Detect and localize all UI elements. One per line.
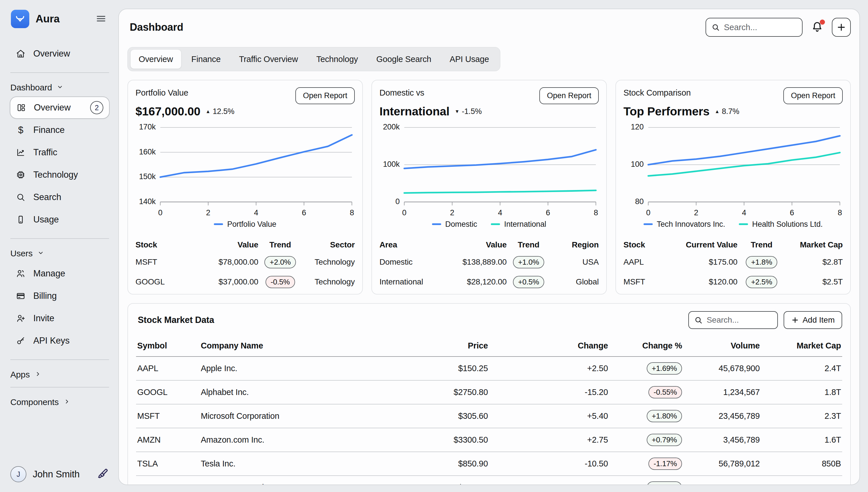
legend-item: Domestic [432,220,477,229]
table-cell: Technology [302,272,355,292]
sidebar-item-finance[interactable]: $Finance [10,119,110,141]
avatar: J [10,466,26,482]
change-percent-badge: -1.17% [648,458,682,470]
table-cell: $2.5T [786,272,843,292]
table-cell: $138,889.00 [437,252,506,272]
svg-text:6: 6 [546,208,550,217]
stock-cell: $305.60 [383,404,489,428]
tab-traffic-overview[interactable]: Traffic Overview [231,50,306,69]
sidebar-item-api-keys[interactable]: API Keys [10,329,110,352]
column-header: Trend [258,238,302,252]
stock-cell: $450.30 [383,476,489,485]
key-icon [16,336,26,346]
table-cell: $28,120.00 [437,272,506,292]
phone-icon [16,215,26,224]
stock-row-nvda[interactable]: NVDANVIDIA Corporation$450.30+12.45+2.84… [136,476,842,485]
sidebar-item-label: Technology [33,170,78,180]
chart-icon [16,148,26,157]
change-percent-badge: +0.79% [647,434,682,446]
sidebar-group-dashboard[interactable]: Dashboard [10,83,109,93]
global-search[interactable] [705,18,802,37]
item-count-badge: 2 [90,101,103,114]
card-portfolio-value: Portfolio ValueOpen Report$167,000.00▲12… [127,80,363,295]
stock-row-amzn[interactable]: AMZNAmazon.com Inc.$3300.50+2.75+0.79%3,… [136,428,842,452]
search-input[interactable] [724,23,797,32]
sidebar-item-label: Billing [33,291,57,301]
stock-cell: +12.45 [489,476,609,485]
table-cell: AAPL [623,252,659,272]
open-report-button[interactable]: Open Report [295,87,355,104]
change-percent-cell: +1.80% [609,404,683,428]
tab-finance[interactable]: Finance [183,50,229,69]
svg-text:0: 0 [646,208,650,217]
group-label-text: Dashboard [10,83,52,93]
stock-search-input[interactable] [707,316,772,325]
stock-row-aapl[interactable]: AAPLApple Inc.$150.25+2.50+1.69%45,678,9… [136,356,842,380]
theme-brush-icon[interactable] [97,468,109,481]
stock-column-header-company-name: Company Name [199,337,383,356]
stock-cell: NVDA [136,476,199,485]
table-cell: $37,000.00 [184,272,258,292]
sidebar-item-label: Usage [33,215,59,225]
search-icon [711,23,720,31]
column-header: Stock [135,238,184,252]
tab-google-search[interactable]: Google Search [368,50,439,69]
sidebar-item-invite[interactable]: Invite [10,307,110,329]
table-cell: $78,000.00 [184,252,258,272]
legend-item: Health Solutions Ltd. [739,220,823,229]
stock-row-tsla[interactable]: TSLATesla Inc.$850.90-10.50-1.17%56,789,… [136,452,842,476]
stock-row-googl[interactable]: GOOGLAlphabet Inc.$2750.80-15.20-0.55%1,… [136,380,842,404]
sidebar-item-search[interactable]: Search [10,186,110,208]
sidebar-item-technology[interactable]: Technology [10,164,110,186]
table-row: AAPL$175.00+1.8%$2.8T [623,252,843,272]
sidebar-item-billing[interactable]: Billing [10,285,110,307]
menu-icon[interactable] [94,11,108,27]
add-item-button[interactable]: Add Item [784,311,842,329]
trend-cell: +1.8% [737,252,786,272]
stock-column-header-price: Price [383,337,489,356]
stock-cell: 45,678,900 [683,356,761,380]
trend-cell: +1.0% [506,252,550,272]
legend-swatch [491,223,500,225]
table-row: Domestic$138,889.00+1.0%USA [379,252,599,272]
table-cell: MSFT [623,272,659,292]
legend-item: Portfolio Value [214,220,276,229]
notifications-button[interactable] [811,20,824,34]
sidebar-top-nav: Overview [10,43,110,65]
table-cell: GOOGL [135,272,184,292]
column-header: Value [437,238,506,252]
stock-cell: Apple Inc. [199,356,383,380]
sidebar-item-manage[interactable]: Manage [10,262,110,285]
sidebar-item-traffic[interactable]: Traffic [10,141,110,164]
add-button[interactable] [832,18,851,37]
chart-area: 170k160k150k140k02468 [135,123,355,219]
stock-cell: GOOGL [136,380,199,404]
dollar-icon: $ [16,125,26,136]
trend-cell: +2.0% [258,252,302,272]
table-cell: Domestic [379,252,437,272]
stock-cell: Microsoft Corporation [199,404,383,428]
chart-legend: Tech Innovators Inc.Health Solutions Ltd… [623,220,843,229]
change-percent-cell: -0.55% [609,380,683,404]
stock-row-msft[interactable]: MSFTMicrosoft Corporation$305.60+5.40+1.… [136,404,842,428]
sidebar-item-overview[interactable]: Overview [10,43,110,65]
open-report-button[interactable]: Open Report [783,87,843,104]
sidebar-item-usage[interactable]: Usage [10,208,110,231]
tab-technology[interactable]: Technology [308,50,366,69]
table-row: MSFT$78,000.00+2.0%Technology [135,252,355,272]
sidebar-group-users[interactable]: Users [10,249,109,259]
sidebar-group-components[interactable]: Components [10,397,109,407]
table-cell: International [379,272,437,292]
tab-overview[interactable]: Overview [131,50,181,69]
sidebar-item-overview[interactable]: Overview2 [10,96,110,119]
stock-cell: 56,789,012 [683,452,761,476]
tab-api-usage[interactable]: API Usage [442,50,497,69]
stock-search[interactable] [688,311,778,329]
svg-text:0: 0 [402,208,406,217]
user-row[interactable]: J John Smith [10,465,110,484]
group-label-text: Apps [10,370,30,379]
svg-text:80: 80 [635,197,644,206]
sidebar-group-apps[interactable]: Apps [10,370,109,379]
open-report-button[interactable]: Open Report [539,87,599,104]
stock-table: SymbolCompany NamePriceChangeChange %Vol… [136,337,842,485]
